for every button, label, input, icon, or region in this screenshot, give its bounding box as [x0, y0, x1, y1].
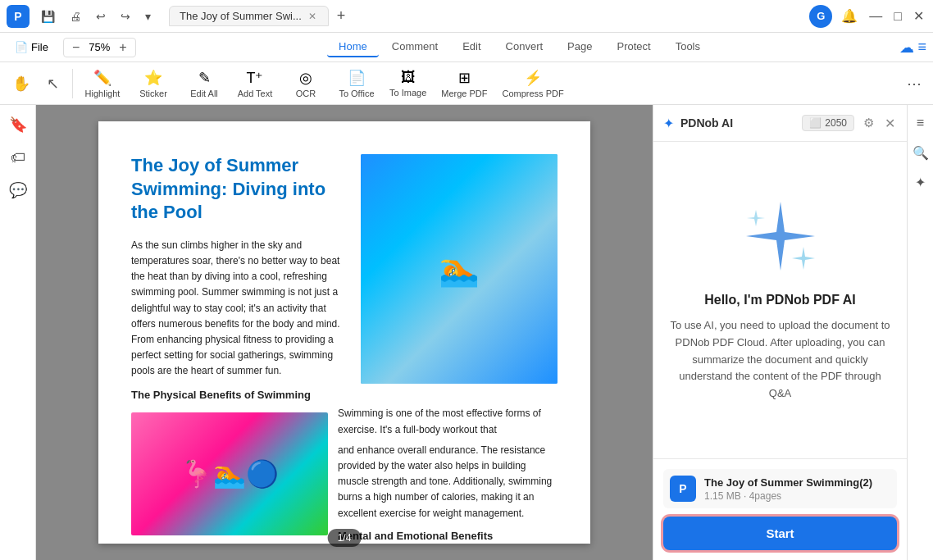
ai-settings-button[interactable]: ⚙ — [861, 113, 876, 133]
undo-button[interactable]: ↩ — [91, 7, 111, 26]
titlebar-right: G 🔔 — □ ✕ — [809, 5, 926, 28]
highlight-button[interactable]: ✏️ Highlight — [78, 66, 127, 102]
to-office-button[interactable]: 📄 To Office — [332, 66, 381, 102]
sticker-button[interactable]: ⭐ Sticker — [129, 66, 178, 102]
sticker-label: Sticker — [139, 89, 167, 98]
sidebar-thumbnail-icon[interactable]: 🔖 — [5, 112, 31, 138]
right-search-icon[interactable]: 🔍 — [909, 141, 932, 164]
ai-document-info: P The Joy of Summer Swimming(2) 1.15 MB … — [663, 469, 897, 508]
titlebar: P 💾 🖨 ↩ ↪ ▾ The Joy of Summer Swi... ✕ +… — [0, 0, 933, 33]
tab-protect[interactable]: Protect — [605, 37, 662, 57]
tab-page[interactable]: Page — [556, 37, 603, 57]
file-label: File — [31, 41, 48, 53]
ai-logo-icon: ✦ — [663, 116, 674, 131]
active-tab[interactable]: The Joy of Summer Swi... ✕ — [169, 6, 329, 26]
ai-credits-value: 2050 — [825, 117, 847, 129]
select-tool-button[interactable]: ↖ — [38, 69, 67, 98]
highlight-label: Highlight — [85, 89, 121, 98]
ai-footer: P The Joy of Summer Swimming(2) 1.15 MB … — [653, 458, 907, 560]
ai-start-button[interactable]: Start — [663, 517, 897, 550]
ai-main-content: Hello, I'm PDNob PDF AI To use AI, you n… — [653, 142, 907, 458]
new-tab-button[interactable]: + — [332, 6, 351, 26]
to-image-label: To Image — [389, 88, 426, 98]
compress-pdf-button[interactable]: ⚡ Compress PDF — [496, 66, 571, 102]
tab-convert[interactable]: Convert — [494, 37, 555, 57]
menubar-right: ☁ ≡ — [899, 39, 926, 57]
merge-pdf-icon: ⊞ — [458, 69, 471, 87]
save-button[interactable]: 💾 — [36, 7, 60, 26]
left-sidebar: 🔖 🏷 💬 — [0, 105, 36, 560]
ocr-button[interactable]: ◎ OCR — [281, 66, 330, 102]
user-avatar[interactable]: G — [809, 5, 832, 28]
nav-tabs: Home Comment Edit Convert Page Protect T… — [143, 37, 897, 57]
tab-tools[interactable]: Tools — [664, 37, 712, 57]
compress-pdf-icon: ⚡ — [524, 69, 542, 87]
zoom-in-button[interactable]: + — [117, 40, 128, 55]
history-dropdown[interactable]: ▾ — [140, 7, 156, 26]
right-edge: ≡ 🔍 ✦ — [907, 105, 933, 560]
hand-select-group: ✋ ↖ — [7, 69, 67, 98]
page-indicator: 1/4 — [328, 529, 362, 547]
ai-badge-icon: ⬜ — [809, 117, 821, 129]
ai-panel-header: ✦ PDNob AI ⬜ 2050 ⚙ ✕ — [653, 105, 907, 142]
sidebar-comment-icon[interactable]: 💬 — [5, 177, 31, 203]
pdf-image-pool — [361, 154, 558, 384]
ai-greeting-text: Hello, I'm PDNob PDF AI — [704, 293, 856, 307]
merge-pdf-button[interactable]: ⊞ Merge PDF — [435, 66, 494, 102]
right-ai-icon[interactable]: ✦ — [909, 171, 932, 193]
redo-button[interactable]: ↪ — [116, 7, 135, 26]
ocr-icon: ◎ — [299, 69, 312, 87]
merge-pdf-label: Merge PDF — [441, 89, 487, 98]
file-icon: 📄 — [15, 41, 28, 53]
to-image-button[interactable]: 🖼 To Image — [383, 66, 433, 101]
minimize-button[interactable]: — — [867, 7, 885, 26]
ai-doc-meta: 1.15 MB · 4pages — [704, 490, 872, 502]
toolbar-divider-1 — [72, 69, 73, 98]
tab-home[interactable]: Home — [327, 37, 379, 57]
menu-button[interactable]: ≡ — [917, 39, 926, 56]
file-menu[interactable]: 📄 File — [7, 38, 57, 57]
svg-marker-2 — [747, 210, 765, 226]
ai-credits-badge: ⬜ 2050 — [802, 115, 854, 131]
zoom-out-button[interactable]: − — [71, 40, 81, 55]
tab-edit[interactable]: Edit — [451, 37, 492, 57]
zoom-area: − + — [63, 38, 136, 57]
close-window-button[interactable]: ✕ — [911, 6, 926, 26]
add-text-label: Add Text — [238, 89, 273, 98]
to-office-icon: 📄 — [348, 69, 366, 87]
more-tools-button[interactable]: ⋯ — [902, 71, 926, 96]
zoom-input[interactable] — [83, 41, 116, 53]
panel-right: ✦ PDNob AI ⬜ 2050 ⚙ ✕ H — [653, 105, 933, 560]
ai-close-button[interactable]: ✕ — [883, 114, 897, 133]
ai-doc-name: The Joy of Summer Swimming(2) — [704, 476, 872, 489]
edit-all-icon: ✎ — [198, 69, 211, 87]
app-logo: P — [7, 5, 30, 28]
pdf-viewer[interactable]: The Joy of Summer Swimming: Diving into … — [36, 105, 653, 560]
hand-tool-button[interactable]: ✋ — [7, 69, 36, 98]
tab-comment[interactable]: Comment — [380, 37, 449, 57]
notification-button[interactable]: 🔔 — [839, 6, 860, 26]
cloud-button[interactable]: ☁ — [899, 39, 914, 57]
print-button[interactable]: 🖨 — [65, 7, 86, 26]
pdf-heading-physical: The Physical Benefits of Swimming — [131, 389, 558, 401]
tab-close-button[interactable]: ✕ — [307, 11, 318, 22]
to-office-label: To Office — [339, 89, 374, 98]
add-text-button[interactable]: T⁺ Add Text — [230, 66, 280, 102]
ai-panel-title: PDNob AI — [680, 116, 795, 130]
sticker-icon: ⭐ — [144, 69, 162, 87]
sidebar-bookmark-icon[interactable]: 🏷 — [5, 144, 31, 171]
highlight-icon: ✏️ — [93, 69, 112, 87]
to-image-icon: 🖼 — [401, 69, 416, 86]
svg-marker-1 — [792, 247, 815, 270]
right-panel-icon-1[interactable]: ≡ — [909, 112, 932, 134]
menubar: 📄 File − + Home Comment Edit Convert Pag… — [0, 33, 933, 62]
ocr-label: OCR — [296, 89, 316, 98]
ai-doc-details: The Joy of Summer Swimming(2) 1.15 MB · … — [704, 476, 872, 502]
main-content: 🔖 🏷 💬 The Joy of Summer Swimming: Diving… — [0, 105, 933, 560]
ai-sparkle-graphic — [740, 198, 821, 280]
window-toolbar: 💾 🖨 ↩ ↪ ▾ — [36, 7, 156, 26]
ai-doc-icon: P — [670, 476, 696, 502]
edit-all-button[interactable]: ✎ Edit All — [180, 66, 229, 102]
ai-description-text: To use AI, you need to upload the docume… — [670, 317, 890, 403]
maximize-button[interactable]: □ — [891, 7, 904, 26]
